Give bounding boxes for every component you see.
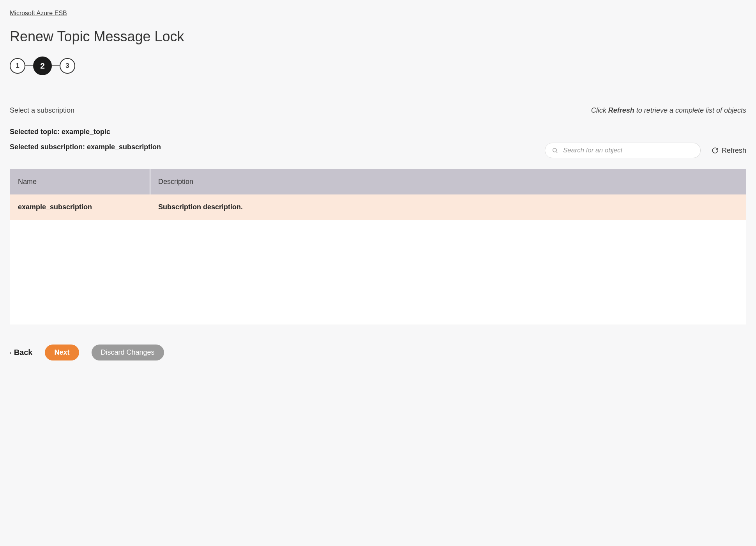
col-header-description[interactable]: Description [150, 169, 746, 194]
selected-topic-label: Selected topic: [10, 128, 62, 136]
chevron-left-icon: ‹ [10, 350, 12, 356]
wizard-footer: ‹ Back Next Discard Changes [10, 345, 746, 360]
selected-subscription-label: Selected subscription: [10, 143, 87, 151]
page-title: Renew Topic Message Lock [10, 28, 746, 45]
search-icon [552, 147, 558, 154]
search-wrapper [545, 143, 701, 158]
selected-topic-value: example_topic [62, 128, 110, 136]
next-button[interactable]: Next [45, 345, 79, 360]
step-3[interactable]: 3 [60, 58, 75, 74]
selected-subscription-value: example_subscription [87, 143, 161, 151]
step-connector [52, 65, 60, 66]
step-1[interactable]: 1 [10, 58, 25, 74]
refresh-label: Refresh [722, 147, 746, 155]
subscriptions-table: Name Description example_subscription Su… [10, 169, 746, 325]
select-subscription-label: Select a subscription [10, 106, 74, 115]
cell-name: example_subscription [10, 194, 150, 220]
table-row[interactable]: example_subscription Subscription descri… [10, 194, 746, 220]
refresh-button[interactable]: Refresh [712, 147, 746, 155]
cell-description: Subscription description. [150, 194, 746, 220]
step-connector [25, 65, 33, 66]
back-button[interactable]: ‹ Back [10, 348, 32, 357]
refresh-hint: Click Refresh to retrieve a complete lis… [591, 106, 746, 115]
selected-topic: Selected topic: example_topic [10, 128, 746, 136]
discard-changes-button[interactable]: Discard Changes [92, 345, 164, 360]
table-header-row: Name Description [10, 169, 746, 194]
hint-prefix: Click [591, 106, 608, 114]
refresh-icon [712, 147, 719, 154]
step-2[interactable]: 2 [33, 57, 52, 75]
svg-line-1 [556, 152, 557, 153]
col-header-name[interactable]: Name [10, 169, 150, 194]
hint-bold: Refresh [608, 106, 634, 114]
search-input[interactable] [545, 143, 701, 158]
svg-point-0 [553, 148, 556, 152]
breadcrumb-link[interactable]: Microsoft Azure ESB [10, 10, 67, 17]
back-label: Back [14, 348, 33, 357]
wizard-stepper: 1 2 3 [10, 57, 746, 75]
hint-suffix: to retrieve a complete list of objects [634, 106, 746, 114]
